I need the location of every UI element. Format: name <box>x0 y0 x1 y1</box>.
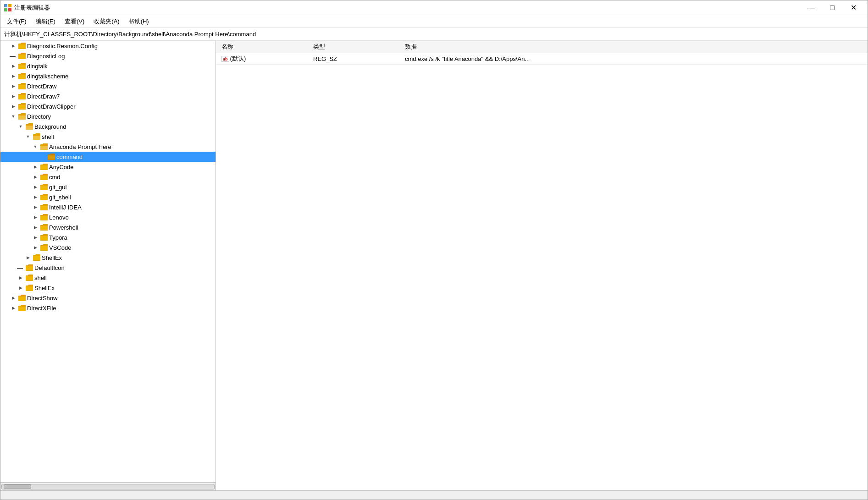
expand-icon-anaconda-prompt-here[interactable]: ▼ <box>32 143 39 150</box>
tree-label-vscode: VSCode <box>49 244 71 251</box>
svg-rect-17 <box>40 145 48 150</box>
expand-icon-directdraw[interactable]: ▶ <box>10 82 17 90</box>
minimize-button[interactable]: — <box>801 0 822 15</box>
tree-item-diagnostic-resmon[interactable]: ▶ Diagnostic.Resmon.Config <box>0 41 216 51</box>
tree-panel: ▶ Diagnostic.Resmon.Config — Diagno <box>0 41 216 490</box>
expand-icon-cmd[interactable]: ▶ <box>32 173 39 181</box>
tree-item-lenovo[interactable]: ▶ Lenovo <box>0 212 216 222</box>
h-scroll-thumb[interactable] <box>4 484 31 489</box>
tree-item-intellij-idea[interactable]: ▶ IntelliJ IDEA <box>0 202 216 212</box>
tree-item-command[interactable]: command <box>0 152 216 162</box>
expand-icon-dingtalkscheme[interactable]: ▶ <box>10 72 17 80</box>
tree-label-dingtalk: dingtalk <box>27 63 48 70</box>
expand-icon-dingtalk[interactable]: ▶ <box>10 62 17 70</box>
expand-icon-diagnostic-resmon[interactable]: ▶ <box>10 42 17 49</box>
expand-icon-anycode[interactable]: ▶ <box>32 163 39 170</box>
tree-h-scrollbar[interactable] <box>0 482 216 490</box>
folder-icon-shell <box>33 133 40 140</box>
tree-item-vscode[interactable]: ▶ VSCode <box>0 242 216 253</box>
expand-icon-git-shell[interactable]: ▶ <box>32 193 39 201</box>
col-name[interactable]: 名称 <box>216 41 308 53</box>
expand-icon-shell2[interactable]: ▶ <box>17 274 24 281</box>
svg-rect-18 <box>40 145 48 146</box>
expand-icon-vscode[interactable]: ▶ <box>32 244 39 251</box>
svg-rect-23 <box>40 196 48 200</box>
menu-edit[interactable]: 编辑(E) <box>31 16 60 27</box>
folder-icon-diagnostic-resmon <box>18 43 26 49</box>
svg-rect-33 <box>18 297 26 301</box>
svg-rect-6 <box>18 65 26 69</box>
svg-rect-32 <box>26 286 33 291</box>
svg-rect-14 <box>26 125 33 126</box>
tree-item-defaulticon[interactable]: — DefaultIcon <box>0 263 216 273</box>
folder-icon-cmd <box>40 174 48 180</box>
menu-favorites[interactable]: 收藏夹(A) <box>89 16 124 27</box>
tree-item-dingtalk[interactable]: ▶ dingtalk <box>0 61 216 71</box>
tree-label-intellij-idea: IntelliJ IDEA <box>49 204 82 211</box>
svg-rect-30 <box>26 266 33 270</box>
tree-item-directxfile[interactable]: ▶ DirectXFile <box>0 303 216 313</box>
folder-icon-directxfile <box>18 305 26 311</box>
tree-item-git-gui[interactable]: ▶ git_gui <box>0 182 216 192</box>
tree-item-dingtalkscheme[interactable]: ▶ dingtalkscheme <box>0 71 216 81</box>
ab-text: ab <box>221 56 229 62</box>
maximize-button[interactable]: □ <box>822 0 843 15</box>
tree-label-background: Background <box>34 123 66 130</box>
h-scroll-track[interactable] <box>1 484 215 489</box>
svg-rect-15 <box>33 135 40 140</box>
svg-rect-25 <box>40 216 48 220</box>
expand-icon-background[interactable]: ▼ <box>17 123 24 130</box>
expand-icon-directdrawclipper[interactable]: ▶ <box>10 103 17 110</box>
detail-row-0[interactable]: ab (默认) REG_SZ cmd.exe /s /k "title Anac… <box>216 53 868 65</box>
expand-placeholder-defaulticon: — <box>17 264 24 271</box>
svg-rect-11 <box>18 115 26 120</box>
folder-icon-command <box>48 154 55 160</box>
menu-view[interactable]: 查看(V) <box>60 16 89 27</box>
breadcrumb-path: 计算机\HKEY_CLASSES_ROOT\Directory\Backgrou… <box>4 30 256 38</box>
tree-item-shellex2[interactable]: ▶ ShellEx <box>0 283 216 293</box>
tree-item-diagnostic-log[interactable]: — DiagnosticLog <box>0 51 216 61</box>
tree-item-shell[interactable]: ▼ shell <box>0 132 216 142</box>
tree-item-typora[interactable]: ▶ Typora <box>0 232 216 242</box>
expand-icon-directshow[interactable]: ▶ <box>10 294 17 302</box>
expand-icon-shellex2[interactable]: ▶ <box>17 284 24 291</box>
tree-item-anaconda-prompt-here[interactable]: ▼ Anaconda Prompt Here <box>0 142 216 152</box>
tree-item-anycode[interactable]: ▶ AnyCode <box>0 162 216 172</box>
tree-label-directory: Directory <box>27 113 51 120</box>
tree-item-background[interactable]: ▼ Background <box>0 121 216 132</box>
close-button[interactable]: ✕ <box>843 0 864 15</box>
col-data[interactable]: 数据 <box>399 41 868 53</box>
tree-item-shellex[interactable]: ▶ ShellEx <box>0 253 216 263</box>
tree-item-git-shell[interactable]: ▶ git_shell <box>0 192 216 202</box>
expand-icon-git-gui[interactable]: ▶ <box>32 183 39 191</box>
tree-item-directdraw7[interactable]: ▶ DirectDraw7 <box>0 91 216 101</box>
menu-help[interactable]: 帮助(H) <box>124 16 154 27</box>
folder-icon-directdraw <box>18 83 26 89</box>
tree-item-shell2[interactable]: ▶ shell <box>0 273 216 283</box>
expand-icon-powershell[interactable]: ▶ <box>32 224 39 231</box>
tree-item-directshow[interactable]: ▶ DirectShow <box>0 293 216 303</box>
tree-scroll-area[interactable]: ▶ Diagnostic.Resmon.Config — Diagno <box>0 41 216 482</box>
expand-icon-shell[interactable]: ▼ <box>24 133 32 140</box>
expand-icon-directdraw7[interactable]: ▶ <box>10 93 17 100</box>
expand-icon-lenovo[interactable]: ▶ <box>32 214 39 221</box>
svg-rect-2 <box>4 8 7 11</box>
tree-label-anycode: AnyCode <box>49 164 73 170</box>
app-icon <box>4 4 11 11</box>
folder-icon-diagnostic-log <box>18 53 26 59</box>
tree-item-directdrawclipper[interactable]: ▶ DirectDrawClipper <box>0 101 216 111</box>
tree-item-directory[interactable]: ▼ Directory <box>0 111 216 121</box>
expand-icon-directory[interactable]: ▼ <box>10 113 17 120</box>
expand-icon-shellex[interactable]: ▶ <box>24 254 32 261</box>
tree-item-powershell[interactable]: ▶ Powershell <box>0 222 216 232</box>
folder-icon-background <box>26 123 33 130</box>
tree-item-cmd[interactable]: ▶ cmd <box>0 172 216 182</box>
expand-icon-intellij-idea[interactable]: ▶ <box>32 203 39 211</box>
folder-icon-anycode <box>40 164 48 170</box>
col-type[interactable]: 类型 <box>308 41 399 53</box>
expand-icon-typora[interactable]: ▶ <box>32 234 39 241</box>
menu-file[interactable]: 文件(F) <box>2 16 31 27</box>
tree-item-directdraw[interactable]: ▶ DirectDraw <box>0 81 216 91</box>
expand-icon-directxfile[interactable]: ▶ <box>10 304 17 312</box>
folder-icon-dingtalkscheme <box>18 73 26 79</box>
